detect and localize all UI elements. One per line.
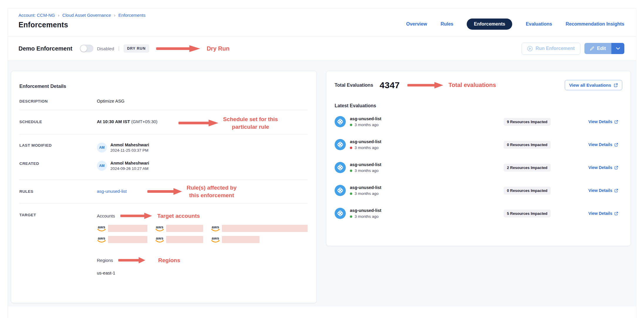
annotation-arrow-icon bbox=[120, 212, 152, 220]
evaluation-time: 3 months ago bbox=[355, 168, 379, 173]
accounts-label: Accounts bbox=[97, 213, 115, 218]
target-account-item: aws bbox=[211, 236, 259, 243]
page-title: Enforcements bbox=[18, 21, 146, 29]
external-link-icon bbox=[614, 166, 618, 170]
run-enforcement-label: Run Enforcement bbox=[535, 46, 574, 51]
evaluation-row: asg-unused-list 3 months ago 9 Resources… bbox=[335, 116, 622, 127]
pencil-icon bbox=[590, 46, 594, 51]
target-account-item: aws bbox=[155, 236, 203, 243]
edit-button[interactable]: Edit bbox=[584, 43, 611, 54]
tab-recommendation-insights[interactable]: Recommendation Insights bbox=[566, 21, 624, 27]
status-dot bbox=[350, 170, 352, 172]
play-circle-icon bbox=[527, 46, 533, 51]
enforcement-name: Demo Enforcement bbox=[18, 45, 72, 52]
target-account-item: aws bbox=[211, 225, 308, 232]
resources-impacted-badge: 0 Resources Impacted bbox=[504, 141, 551, 149]
chevron-down-icon bbox=[616, 47, 620, 50]
redacted-account-name bbox=[166, 225, 203, 232]
total-evaluations-value: 4347 bbox=[380, 80, 400, 90]
external-link-icon bbox=[614, 189, 618, 193]
description-value: Optimize ASG bbox=[97, 98, 124, 103]
annotation-arrow-icon bbox=[407, 81, 443, 89]
view-details-link[interactable]: View Details bbox=[589, 165, 618, 170]
target-label: TARGET bbox=[19, 212, 97, 217]
rule-policy-icon bbox=[335, 162, 346, 173]
view-details-link[interactable]: View Details bbox=[589, 119, 618, 124]
edit-split-button: Edit bbox=[584, 43, 624, 54]
details-card-title: Enforcement Details bbox=[19, 83, 308, 89]
schedule-label: SCHEDULE bbox=[19, 119, 97, 124]
resources-impacted-badge: 2 Resources Impacted bbox=[504, 164, 551, 172]
schedule-value: At 10:30 AM IST bbox=[97, 119, 130, 124]
resources-impacted-badge: 9 Resources Impacted bbox=[504, 118, 551, 126]
tab-rules[interactable]: Rules bbox=[441, 21, 454, 27]
breadcrumb: Account: CCM-NG › Cloud Asset Governance… bbox=[18, 13, 146, 18]
edit-dropdown-button[interactable] bbox=[611, 43, 624, 54]
breadcrumb-enforcements[interactable]: Enforcements bbox=[118, 13, 146, 18]
rules-row: RULES asg-unused-list Rule(s) affected b… bbox=[19, 180, 308, 203]
evaluation-rule-name: asg-unused-list bbox=[350, 185, 447, 190]
evaluation-row: asg-unused-list 3 months ago 2 Resources… bbox=[335, 162, 622, 173]
view-details-link[interactable]: View Details bbox=[589, 211, 618, 216]
chevron-right-icon: › bbox=[58, 13, 59, 18]
run-enforcement-button[interactable]: Run Enforcement bbox=[522, 43, 580, 55]
description-label: DESCRIPTION bbox=[19, 98, 97, 103]
tab-enforcements[interactable]: Enforcements bbox=[467, 19, 512, 30]
external-link-icon bbox=[614, 212, 618, 215]
evaluations-card: Total Evaluations 4347 Total evaluations… bbox=[326, 71, 631, 246]
chevron-right-icon: › bbox=[114, 13, 115, 18]
evaluation-time: 3 months ago bbox=[355, 214, 379, 219]
target-account-item: aws bbox=[97, 236, 147, 243]
rule-link[interactable]: asg-unused-list bbox=[97, 189, 127, 194]
annotation-arrow-icon bbox=[118, 257, 145, 264]
aws-logo-icon: aws bbox=[155, 237, 164, 243]
status-dot bbox=[350, 124, 352, 126]
evaluation-rule-name: asg-unused-list bbox=[350, 162, 447, 167]
annotation-arrow-icon bbox=[147, 188, 182, 195]
redacted-account-name bbox=[222, 225, 308, 232]
breadcrumb-account[interactable]: Account: CCM-NG bbox=[18, 13, 55, 18]
evaluation-time: 3 months ago bbox=[355, 123, 379, 127]
last-modified-label: LAST MODIFIED bbox=[19, 143, 97, 148]
view-all-label: View all Evaluations bbox=[569, 83, 611, 88]
evaluation-row: asg-unused-list 3 months ago 0 Resources… bbox=[335, 139, 622, 150]
evaluation-rule-name: asg-unused-list bbox=[350, 139, 447, 144]
redacted-account-name bbox=[222, 236, 259, 243]
enabled-toggle[interactable] bbox=[80, 45, 93, 52]
annotation-dry-run: Dry Run bbox=[207, 45, 230, 52]
description-row: DESCRIPTION Optimize ASG bbox=[19, 97, 308, 110]
breadcrumb-governance[interactable]: Cloud Asset Governance bbox=[62, 13, 111, 18]
external-link-icon bbox=[614, 83, 618, 87]
target-accounts-grid: aws aws aws aws aws aws bbox=[97, 225, 308, 243]
aws-logo-icon: aws bbox=[97, 225, 106, 232]
view-all-evaluations-button[interactable]: View all Evaluations bbox=[565, 80, 622, 90]
status-dot bbox=[350, 193, 352, 195]
evaluation-row: asg-unused-list 3 months ago 0 Resources… bbox=[335, 185, 622, 196]
target-account-item: aws bbox=[155, 225, 203, 232]
aws-logo-icon: aws bbox=[155, 225, 164, 232]
edit-label: Edit bbox=[597, 46, 606, 51]
rule-policy-icon bbox=[335, 185, 346, 196]
created-user: Anmol Maheshwari bbox=[110, 161, 149, 165]
aws-logo-icon: aws bbox=[211, 237, 220, 243]
divider: | bbox=[118, 46, 119, 51]
resources-impacted-badge: 0 Resources Impacted bbox=[504, 187, 551, 195]
enforcement-details-card: Enforcement Details DESCRIPTION Optimize… bbox=[11, 71, 317, 303]
content-area: Enforcement Details DESCRIPTION Optimize… bbox=[8, 61, 636, 307]
annotation-total-evaluations: Total evaluations bbox=[449, 82, 496, 88]
tab-evaluations[interactable]: Evaluations bbox=[526, 21, 552, 27]
evaluation-rule-name: asg-unused-list bbox=[350, 116, 447, 121]
dry-run-badge: DRY RUN bbox=[124, 44, 149, 53]
rule-policy-icon bbox=[335, 139, 346, 150]
redacted-account-name bbox=[166, 236, 203, 243]
view-details-link[interactable]: View Details bbox=[589, 188, 618, 193]
regions-label: Regions bbox=[97, 258, 113, 263]
tab-overview[interactable]: Overview bbox=[406, 21, 427, 27]
evaluation-list: asg-unused-list 3 months ago 9 Resources… bbox=[335, 116, 622, 219]
rules-annotation: Rule(s) affected bythis enforcement bbox=[147, 184, 237, 199]
last-modified-date: 2024-11-25 03:37 PM bbox=[110, 148, 149, 153]
dry-run-annotation: Dry Run bbox=[156, 45, 230, 53]
external-link-icon bbox=[614, 143, 618, 147]
avatar: AM bbox=[97, 143, 107, 153]
view-details-link[interactable]: View Details bbox=[589, 142, 618, 147]
